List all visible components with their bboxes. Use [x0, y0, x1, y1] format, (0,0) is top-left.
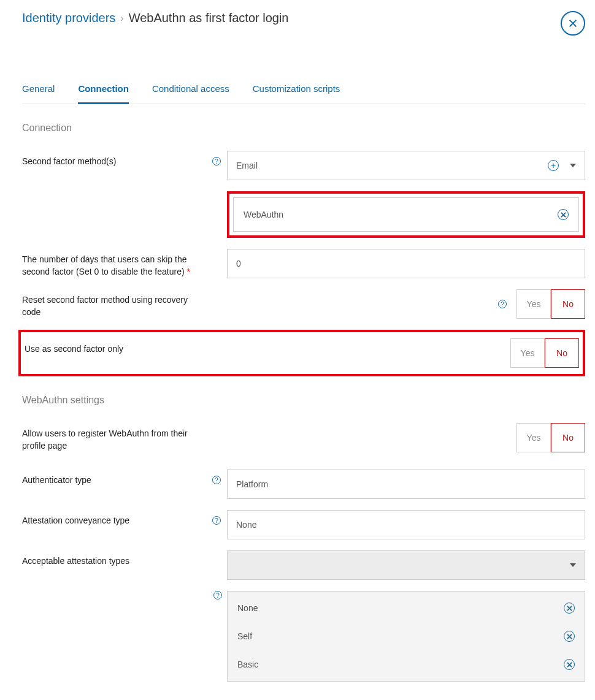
reset-recovery-toggle: Yes No [516, 289, 585, 319]
section-connection-title: Connection [22, 123, 585, 134]
chevron-down-icon [570, 164, 576, 167]
breadcrumb-current: WebAuthn as first factor login [129, 11, 289, 25]
chevron-down-icon [570, 563, 576, 567]
list-item: None [228, 594, 585, 622]
skip-days-input[interactable] [227, 249, 585, 278]
reset-recovery-yes[interactable]: Yes [516, 289, 551, 319]
use-second-only-toggle: Yes No [510, 338, 579, 368]
authenticator-type-label: Authenticator type [22, 470, 206, 487]
use-second-only-yes[interactable]: Yes [510, 338, 545, 368]
breadcrumb: Identity providers › WebAuthn as first f… [22, 11, 289, 25]
use-second-only-label: Use as second factor only [25, 338, 205, 356]
second-factor-select[interactable]: Email + [227, 151, 585, 180]
help-icon[interactable]: ? [498, 300, 507, 308]
close-button[interactable] [561, 11, 585, 36]
list-item-label: None [237, 603, 258, 613]
help-icon[interactable]: ? [212, 157, 221, 165]
remove-item-button[interactable] [564, 603, 575, 614]
section-webauthn-title: WebAuthn settings [22, 395, 585, 406]
list-item-label: Basic [237, 660, 258, 669]
tab-customization-scripts[interactable]: Customization scripts [253, 83, 340, 104]
tabs: General Connection Conditional access Cu… [22, 83, 585, 104]
help-icon[interactable]: ? [212, 476, 221, 484]
skip-days-label: The number of days that users can skip t… [22, 249, 206, 278]
second-factor-chip: WebAuthn [233, 197, 579, 232]
close-icon [561, 212, 566, 218]
tab-connection[interactable]: Connection [78, 83, 129, 104]
use-second-only-no[interactable]: No [545, 338, 579, 368]
allow-register-toggle: Yes No [516, 423, 585, 452]
chevron-right-icon: › [120, 13, 123, 24]
help-icon[interactable]: ? [212, 516, 221, 525]
second-factor-value: Email [236, 161, 258, 170]
close-icon [567, 662, 572, 668]
attestation-types-label: Acceptable attestation types [22, 550, 206, 568]
chip-label: WebAuthn [244, 210, 283, 219]
remove-item-button[interactable] [564, 659, 575, 670]
annotation-highlight: Use as second factor only Yes No [18, 330, 585, 376]
allow-register-no[interactable]: No [551, 423, 585, 452]
list-item-label: Self [237, 631, 252, 641]
reset-recovery-no[interactable]: No [551, 289, 585, 319]
second-factor-label: Second factor method(s) [22, 151, 206, 168]
close-icon [567, 606, 572, 611]
close-icon [567, 634, 572, 639]
breadcrumb-parent[interactable]: Identity providers [22, 11, 115, 25]
annotation-highlight: WebAuthn [227, 191, 585, 238]
attestation-conveyance-label: Attestation conveyance type [22, 510, 206, 527]
remove-item-button[interactable] [564, 631, 575, 642]
list-item: Self [228, 622, 585, 650]
add-icon[interactable]: + [548, 160, 559, 171]
allow-register-label: Allow users to register WebAuthn from th… [22, 423, 206, 452]
attestation-types-list: None Self Basic [227, 591, 585, 682]
attestation-conveyance-select[interactable]: None [227, 510, 585, 539]
reset-recovery-label: Reset second factor method using recover… [22, 289, 206, 318]
authenticator-type-select[interactable]: Platform [227, 470, 585, 499]
allow-register-yes[interactable]: Yes [516, 423, 551, 452]
attestation-types-select[interactable] [227, 550, 585, 580]
tab-conditional-access[interactable]: Conditional access [152, 83, 229, 104]
remove-chip-button[interactable] [558, 209, 569, 220]
close-icon [567, 18, 578, 29]
tab-general[interactable]: General [22, 83, 55, 104]
list-item: Basic [228, 650, 585, 679]
help-icon[interactable]: ? [213, 591, 222, 599]
